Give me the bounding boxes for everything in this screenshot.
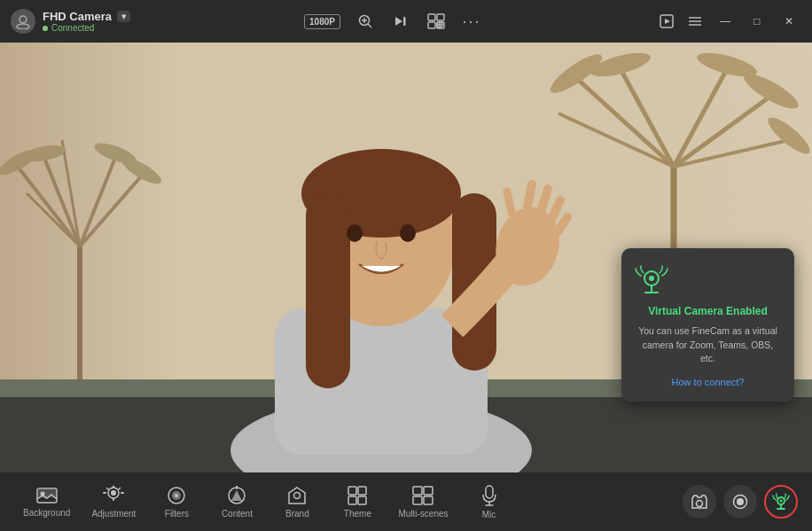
adjustment-icon [103,486,124,505]
svg-line-71 [107,488,109,489]
virtual-camera-popup: Virtual Camera Enabled You can use FineC… [621,248,794,402]
svg-point-83 [294,492,301,498]
svg-point-64 [649,276,654,281]
multi-scenes-icon [412,486,433,505]
mic-label: Mic [482,510,496,519]
record-button[interactable] [723,485,757,519]
tool-adjustment[interactable]: Adjustment [82,480,144,524]
brand-label: Brand [285,509,309,519]
multi-scenes-label: Multi-scenes [398,509,448,519]
video-area: Virtual Camera Enabled You can use FineC… [0,43,812,472]
svg-rect-91 [424,496,433,504]
tool-brand[interactable]: Brand [269,480,325,524]
svg-marker-80 [231,490,242,501]
svg-point-55 [347,224,363,242]
svg-rect-88 [413,487,422,495]
svg-line-58 [527,184,532,207]
camera-snapshot-button[interactable] [683,485,716,519]
svg-point-95 [697,501,703,507]
title-bar-right: — □ ✕ [656,11,801,32]
tool-mic[interactable]: Mic [461,480,518,525]
svg-point-0 [20,16,27,23]
svg-rect-87 [358,496,366,504]
svg-marker-82 [289,488,305,504]
svg-point-99 [780,500,783,503]
virtual-cam-popup-icon [634,262,782,298]
svg-point-97 [737,498,744,505]
tool-filters[interactable]: Filters [148,480,205,524]
svg-line-72 [119,488,121,489]
svg-line-62 [507,191,511,213]
skip-icon[interactable] [390,11,411,32]
minimize-button[interactable]: — [713,12,738,31]
tool-background[interactable]: Background [14,481,79,523]
svg-marker-6 [395,17,402,26]
zoom-in-icon[interactable] [355,11,376,32]
theme-icon [347,486,367,505]
bottom-bar: Background Adjustment [0,472,812,531]
status-text: Connected [51,23,94,33]
filters-label: Filters [165,509,189,519]
maximize-button[interactable]: □ [745,12,769,31]
tool-content[interactable]: Content [208,480,265,524]
status-dot-icon [43,26,48,31]
app-icon [11,9,35,34]
svg-rect-7 [403,17,406,26]
menu-icon[interactable] [684,11,706,32]
svg-rect-53 [306,193,350,388]
svg-rect-10 [428,22,435,28]
title-bar: FHD Camera ▾ Connected 1080P [0,0,812,43]
connection-status: Connected [43,23,130,33]
app-name-text: FHD Camera [43,10,112,23]
theme-label: Theme [344,509,371,519]
more-options-icon[interactable]: ··· [461,11,482,32]
svg-point-78 [175,494,178,497]
svg-point-56 [400,224,416,242]
adjustment-label: Adjustment [91,509,136,519]
virtual-camera-button[interactable] [764,485,798,519]
tool-theme[interactable]: Theme [329,480,386,524]
filters-icon [167,486,186,505]
content-icon [227,486,246,505]
svg-rect-9 [437,14,444,20]
brand-icon [287,486,307,505]
title-bar-left: FHD Camera ▾ Connected [11,9,130,34]
tool-multi-scenes[interactable]: Multi-scenes [389,480,457,524]
playback-icon[interactable] [656,11,677,32]
popup-how-to-connect-link[interactable]: How to connect? [672,377,745,387]
background-label: Background [23,508,70,518]
content-label: Content [222,509,253,519]
svg-line-3 [368,24,371,27]
svg-rect-84 [348,487,356,495]
mic-icon [481,485,497,506]
svg-rect-92 [486,486,493,498]
svg-rect-85 [358,487,366,495]
bottom-tools: Background Adjustment [14,480,518,525]
bottom-right-actions [683,485,798,519]
svg-point-75 [111,490,116,496]
svg-rect-8 [428,14,435,20]
title-info: FHD Camera ▾ Connected [43,10,130,33]
background-icon [36,487,58,504]
close-button[interactable]: ✕ [777,12,801,31]
popup-description-text: You can use FineCam as a virtual camera … [634,324,782,366]
title-dropdown-btn[interactable]: ▾ [117,11,130,22]
resolution-badge[interactable]: 1080P [304,14,340,29]
svg-marker-16 [665,19,670,24]
popup-title-text: Virtual Camera Enabled [634,305,782,317]
title-name: FHD Camera ▾ [43,10,130,23]
svg-rect-89 [424,487,433,495]
title-bar-center: 1080P [304,11,482,32]
svg-rect-86 [348,496,356,504]
svg-point-1 [17,24,29,29]
layout-icon[interactable] [426,11,447,32]
svg-rect-90 [413,496,422,504]
